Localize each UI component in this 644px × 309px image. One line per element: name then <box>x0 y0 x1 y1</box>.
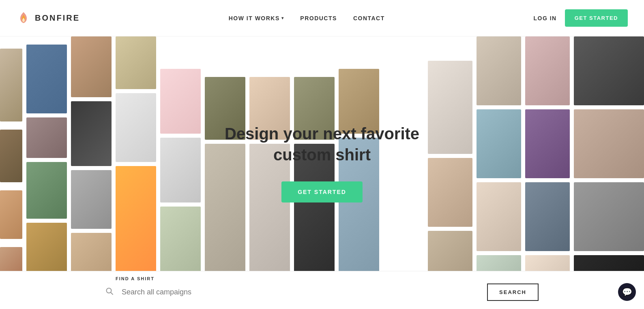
photo-item <box>525 182 570 251</box>
photo-item <box>26 162 67 219</box>
photo-item <box>116 93 156 162</box>
hero-section: Design your next favorite custom shirt G… <box>225 123 419 223</box>
nav-links: HOW IT WORKS ▾ PRODUCTS CONTACT <box>229 15 385 21</box>
login-link[interactable]: LOG IN <box>533 15 556 21</box>
photo-item <box>26 117 67 158</box>
get-started-button-nav[interactable]: GET STARTED <box>565 9 628 27</box>
photo-item <box>525 109 570 178</box>
search-input[interactable] <box>122 288 479 296</box>
photo-item <box>477 109 521 178</box>
photo-item <box>26 223 67 275</box>
svg-line-1 <box>111 292 113 294</box>
search-bar: FIND A SHIRT SEARCH <box>0 271 644 309</box>
flame-icon <box>16 11 31 26</box>
photo-item <box>0 190 22 239</box>
photo-item <box>116 36 156 89</box>
logo[interactable]: BONFIRE <box>16 11 80 26</box>
photo-item <box>71 101 112 166</box>
photo-item <box>477 36 521 105</box>
chat-icon: 💬 <box>622 287 632 297</box>
photo-item <box>477 182 521 251</box>
photo-item <box>160 69 201 134</box>
navbar: BONFIRE HOW IT WORKS ▾ PRODUCTS CONTACT … <box>0 0 644 36</box>
photo-item <box>160 138 201 202</box>
photo-item <box>574 36 644 105</box>
photo-item <box>428 61 472 154</box>
nav-how-it-works[interactable]: HOW IT WORKS ▾ <box>229 15 284 21</box>
photo-item <box>0 130 22 182</box>
chevron-down-icon: ▾ <box>281 16 284 20</box>
photo-item <box>428 158 472 227</box>
photo-item <box>525 36 570 105</box>
photo-item <box>71 36 112 97</box>
photo-item <box>26 45 67 113</box>
photo-item <box>574 109 644 178</box>
hero-title: Design your next favorite custom shirt <box>225 123 419 165</box>
main-content: Design your next favorite custom shirt G… <box>0 36 644 309</box>
nav-products[interactable]: PRODUCTS <box>300 15 337 21</box>
photo-item <box>574 182 644 251</box>
search-icon <box>105 287 114 297</box>
nav-actions: LOG IN GET STARTED <box>533 9 628 27</box>
chat-bubble-button[interactable]: 💬 <box>618 283 636 301</box>
photo-item <box>0 49 22 121</box>
nav-contact[interactable]: CONTACT <box>353 15 385 21</box>
photo-item <box>71 170 112 229</box>
brand-name: BONFIRE <box>35 13 80 23</box>
get-started-button-hero[interactable]: GET STARTED <box>281 181 363 202</box>
search-button[interactable]: SEARCH <box>487 283 539 301</box>
search-label: FIND A SHIRT <box>116 276 155 281</box>
